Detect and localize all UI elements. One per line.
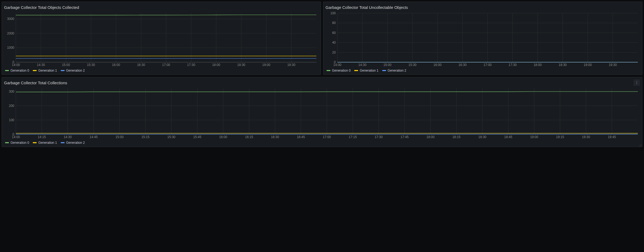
- svg-text:16:00: 16:00: [219, 135, 227, 139]
- legend-label: Generation 0: [332, 69, 351, 72]
- svg-text:17:30: 17:30: [187, 63, 195, 67]
- panel-title: Garbage Collector Total Uncollectable Ob…: [325, 5, 408, 10]
- svg-text:16:45: 16:45: [297, 135, 305, 139]
- legend-label: Generation 2: [388, 69, 406, 72]
- svg-text:3000: 3000: [7, 17, 14, 21]
- svg-text:16:30: 16:30: [137, 63, 145, 67]
- svg-text:18:30: 18:30: [237, 63, 245, 67]
- panel-title: Garbage Collector Total Objects Collecte…: [4, 5, 79, 10]
- svg-text:40: 40: [332, 41, 336, 44]
- svg-text:14:00: 14:00: [12, 135, 20, 139]
- svg-text:100: 100: [9, 118, 14, 122]
- panel-gc-objects-collected: Garbage Collector Total Objects Collecte…: [2, 2, 321, 75]
- svg-text:17:00: 17:00: [323, 135, 331, 139]
- svg-text:14:30: 14:30: [358, 63, 366, 67]
- svg-text:17:00: 17:00: [483, 63, 491, 67]
- ellipsis-vertical-icon: [635, 81, 639, 85]
- panel-gc-uncollectable: Garbage Collector Total Uncollectable Ob…: [323, 2, 642, 75]
- svg-text:200: 200: [9, 104, 14, 108]
- legend-item-gen1[interactable]: Generation 1: [33, 69, 57, 72]
- panel-gc-collections: Garbage Collector Total Collections 0100…: [2, 77, 642, 147]
- svg-point-78: [636, 83, 637, 84]
- svg-text:18:45: 18:45: [504, 135, 512, 139]
- legend-label: Generation 0: [10, 69, 29, 72]
- svg-text:17:45: 17:45: [401, 135, 409, 139]
- legend-item-gen1[interactable]: Generation 1: [33, 141, 57, 145]
- resize-handle-icon[interactable]: [639, 144, 642, 146]
- svg-text:17:30: 17:30: [375, 135, 383, 139]
- svg-text:16:15: 16:15: [245, 135, 253, 139]
- legend-item-gen0[interactable]: Generation 0: [5, 69, 29, 72]
- legend-item-gen2[interactable]: Generation 2: [61, 141, 85, 145]
- svg-text:14:00: 14:00: [333, 63, 341, 67]
- legend-label: Generation 1: [360, 69, 378, 72]
- svg-text:18:30: 18:30: [559, 63, 567, 67]
- svg-text:15:00: 15:00: [62, 63, 70, 67]
- chart-plot-area[interactable]: 02040608010014:0014:3015:0015:3016:0016:…: [325, 11, 640, 68]
- svg-text:17:00: 17:00: [162, 63, 170, 67]
- chart-legend: Generation 0 Generation 1 Generation 2: [325, 68, 640, 72]
- svg-text:100: 100: [330, 11, 336, 15]
- panel-header: Garbage Collector Total Uncollectable Ob…: [325, 4, 640, 11]
- svg-text:17:15: 17:15: [349, 135, 357, 139]
- panel-header: Garbage Collector Total Objects Collecte…: [4, 4, 319, 11]
- legend-item-gen2[interactable]: Generation 2: [382, 69, 406, 72]
- legend-item-gen0[interactable]: Generation 0: [5, 141, 29, 145]
- svg-text:19:00: 19:00: [584, 63, 592, 67]
- svg-text:14:45: 14:45: [90, 135, 98, 139]
- svg-text:14:30: 14:30: [37, 63, 45, 67]
- panel-menu-button[interactable]: [634, 79, 640, 86]
- svg-text:18:00: 18:00: [212, 63, 220, 67]
- legend-item-gen0[interactable]: Generation 0: [327, 69, 351, 72]
- legend-label: Generation 2: [66, 69, 85, 72]
- svg-text:15:15: 15:15: [141, 135, 150, 139]
- svg-text:18:15: 18:15: [452, 135, 461, 139]
- chart-plot-area[interactable]: 010020030014:0014:1514:3014:4515:0015:15…: [4, 86, 640, 140]
- svg-text:19:00: 19:00: [530, 135, 538, 139]
- svg-text:300: 300: [9, 90, 14, 93]
- panel-title: Garbage Collector Total Collections: [4, 80, 67, 85]
- svg-text:20: 20: [332, 51, 336, 54]
- svg-text:17:30: 17:30: [509, 63, 517, 67]
- chart-plot-area[interactable]: 010002000300014:0014:3015:0015:3016:0016…: [4, 11, 319, 68]
- legend-label: Generation 1: [38, 69, 57, 72]
- svg-text:18:00: 18:00: [534, 63, 542, 67]
- svg-text:19:30: 19:30: [287, 63, 295, 67]
- svg-text:14:15: 14:15: [38, 135, 46, 139]
- svg-text:19:15: 19:15: [556, 135, 564, 139]
- svg-text:16:00: 16:00: [433, 63, 441, 67]
- svg-text:1000: 1000: [7, 46, 14, 50]
- svg-text:15:00: 15:00: [115, 135, 123, 139]
- svg-text:15:30: 15:30: [408, 63, 416, 67]
- dashboard-grid: Garbage Collector Total Objects Collecte…: [2, 2, 642, 147]
- svg-text:60: 60: [332, 31, 336, 35]
- svg-text:15:30: 15:30: [87, 63, 95, 67]
- panel-header: Garbage Collector Total Collections: [4, 79, 640, 86]
- legend-item-gen1[interactable]: Generation 1: [354, 69, 378, 72]
- svg-text:2000: 2000: [7, 32, 14, 35]
- svg-text:15:00: 15:00: [383, 63, 391, 67]
- svg-text:16:30: 16:30: [271, 135, 279, 139]
- legend-label: Generation 2: [66, 141, 85, 145]
- svg-text:18:00: 18:00: [426, 135, 434, 139]
- svg-text:15:30: 15:30: [167, 135, 175, 139]
- svg-text:19:00: 19:00: [262, 63, 270, 67]
- legend-item-gen2[interactable]: Generation 2: [61, 69, 85, 72]
- svg-text:19:45: 19:45: [608, 135, 616, 139]
- legend-label: Generation 0: [10, 141, 29, 145]
- chart-legend: Generation 0 Generation 1 Generation 2: [4, 140, 640, 145]
- svg-text:16:00: 16:00: [112, 63, 120, 67]
- chart-legend: Generation 0 Generation 1 Generation 2: [4, 68, 319, 72]
- svg-text:16:30: 16:30: [458, 63, 466, 67]
- svg-text:19:30: 19:30: [582, 135, 590, 139]
- svg-point-77: [636, 82, 637, 83]
- svg-text:14:30: 14:30: [64, 135, 72, 139]
- svg-text:80: 80: [332, 21, 336, 25]
- svg-point-76: [636, 81, 637, 82]
- svg-text:19:30: 19:30: [609, 63, 617, 67]
- svg-text:14:00: 14:00: [12, 63, 20, 67]
- svg-text:15:45: 15:45: [193, 135, 201, 139]
- svg-text:18:30: 18:30: [478, 135, 486, 139]
- legend-label: Generation 1: [38, 141, 57, 145]
